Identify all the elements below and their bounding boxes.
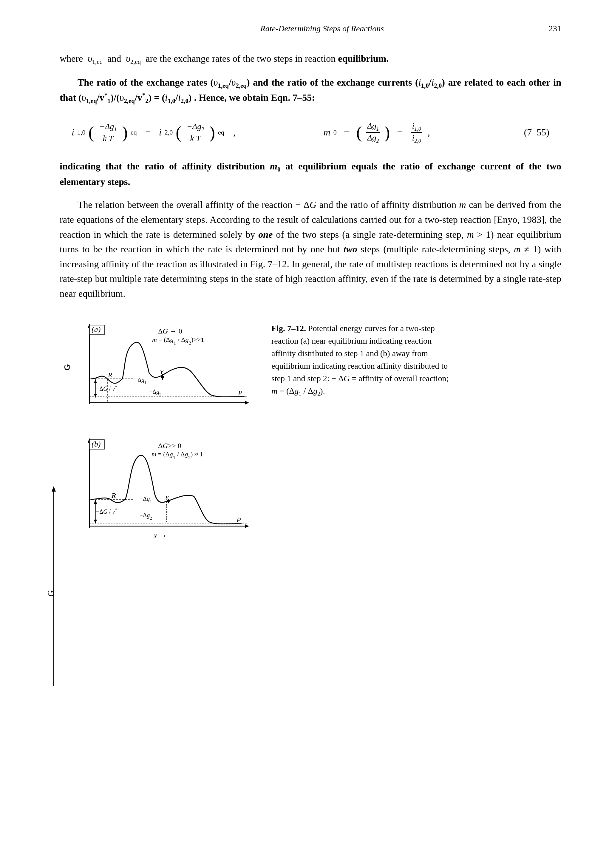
svg-marker-15	[94, 394, 97, 398]
svg-text:ΔG → 0: ΔG → 0	[158, 327, 182, 335]
y-axis-container: G	[48, 483, 60, 692]
figure-caption: Fig. 7–12. Potential energy curves for a…	[271, 322, 450, 398]
svg-marker-38	[94, 499, 97, 504]
svg-text:−Δg2: −Δg2	[139, 512, 152, 521]
svg-marker-19	[161, 376, 164, 380]
diagram-b: (b) ΔG>> 0 m = (Δg1 / Δg2) ≈ 1 R Y	[74, 434, 259, 552]
figure-area: G	[60, 319, 561, 552]
svg-text:(a): (a)	[91, 325, 101, 334]
svg-text:m = (Δg1 / Δg2)>>1: m = (Δg1 / Δg2)>>1	[152, 336, 204, 346]
paragraph-2: The ratio of the exchange rates (υ1,eq/υ…	[60, 75, 561, 106]
svg-text:G: G	[48, 590, 56, 597]
svg-marker-14	[94, 379, 97, 383]
svg-text:(b): (b)	[91, 440, 101, 448]
paragraph-3: indicating that the ratio of affinity di…	[60, 159, 561, 189]
page: Rate-Determining Steps of Reactions 231 …	[0, 0, 609, 868]
svg-marker-27	[245, 524, 249, 528]
eq-mid: m0 = ( Δg1 Δg2 ) = i1,0 i2,0 ,	[324, 121, 430, 144]
diagram-a: (a) ΔG → 0 m = (Δg1 / Δg2)>>1 R	[74, 319, 259, 425]
main-content: where υ1,eq and υ2,eq are the exchange r…	[60, 51, 561, 552]
svg-text:−Δg2: −Δg2	[149, 388, 162, 397]
svg-text:P: P	[238, 389, 242, 397]
page-number: 231	[549, 24, 561, 33]
svg-text:R: R	[111, 491, 116, 499]
svg-text:P: P	[236, 516, 241, 524]
eq-left: i1,0 ( −Δg1 k T ) eq = i2,0 ( −Δg2 k T )…	[71, 121, 242, 144]
svg-text:ΔG>> 0: ΔG>> 0	[158, 442, 181, 450]
svg-text:m = (Δg1 / Δg2) ≈ 1: m = (Δg1 / Δg2) ≈ 1	[152, 450, 203, 460]
svg-marker-3	[245, 401, 249, 405]
svg-text:R: R	[108, 371, 112, 379]
header-title: Rate-Determining Steps of Reactions	[95, 24, 549, 33]
equation-block: i1,0 ( −Δg1 k T ) eq = i2,0 ( −Δg2 k T )…	[60, 121, 561, 144]
y-axis-label: G	[60, 364, 73, 370]
equation-number: (7–55)	[524, 125, 549, 140]
svg-text:−ΔG / v*: −ΔG / v*	[96, 384, 117, 392]
svg-text:−ΔG / v*: −ΔG / v*	[96, 507, 117, 515]
page-header: Rate-Determining Steps of Reactions 231	[60, 24, 561, 33]
figure-label: Fig. 7–12.	[271, 324, 306, 333]
svg-marker-39	[94, 519, 97, 524]
figure-diagrams: G	[60, 319, 259, 552]
svg-text:x →: x →	[153, 531, 167, 540]
paragraph-1: where υ1,eq and υ2,eq are the exchange r…	[60, 51, 561, 67]
svg-text:−Δg1: −Δg1	[139, 496, 152, 504]
svg-text:−Δg1: −Δg1	[134, 377, 147, 385]
paragraph-4: The relation between the overall affinit…	[60, 197, 561, 301]
